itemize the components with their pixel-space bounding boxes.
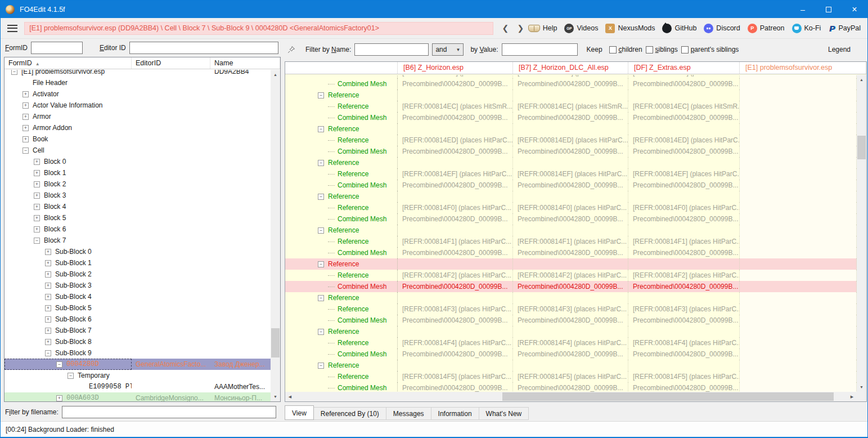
grid-value-cell[interactable] [740, 101, 857, 112]
grid-value-cell[interactable]: [REFR:000814F4] (places HitParC... [398, 337, 513, 348]
grid-value-cell[interactable] [740, 303, 857, 315]
grid-value-cell[interactable]: [REFR:000814F4] (places HitParC... [513, 337, 628, 348]
grid-value-cell[interactable] [740, 258, 857, 270]
expand-icon[interactable]: + [34, 159, 40, 165]
collapse-icon[interactable]: − [318, 261, 324, 267]
tree-row[interactable]: +Block 0 [5, 156, 271, 167]
grid-value-cell[interactable] [628, 360, 740, 371]
filename-filter-input[interactable] [62, 406, 276, 418]
grid-row[interactable]: Combined MeshPrecombined\0004280D_00099B… [285, 281, 857, 292]
expand-icon[interactable]: + [23, 125, 29, 131]
close-button[interactable]: × [842, 1, 867, 18]
expand-icon[interactable]: + [23, 102, 29, 109]
expand-icon[interactable]: + [45, 305, 51, 311]
grid-row[interactable]: −Reference [285, 90, 857, 101]
grid-value-cell[interactable]: [REFR:000814F1] (places HitParC... [513, 236, 628, 247]
filter-name-input[interactable] [354, 43, 429, 56]
grid-value-cell[interactable] [740, 236, 857, 247]
grid-row[interactable]: Combined MeshPrecombined\0004280D_00099B… [285, 146, 857, 157]
expand-icon[interactable]: + [45, 271, 51, 278]
grid-value-cell[interactable] [398, 225, 513, 236]
tree-row[interactable]: −Temporary [5, 370, 271, 381]
grid-row[interactable]: Reference[REFR:000814EF] (places HitParC… [285, 168, 857, 180]
grid-value-cell[interactable]: Precombined\0004280D_00099B... [398, 180, 513, 191]
grid-value-cell[interactable]: [REFR:000814F4] (places HitParC... [628, 337, 740, 348]
editorid-input[interactable] [129, 42, 278, 54]
grid-value-cell[interactable] [740, 225, 857, 236]
tree-row[interactable]: +Sub-Block 3 [5, 280, 271, 291]
grid-value-cell[interactable] [740, 371, 857, 382]
expand-icon[interactable]: + [45, 328, 51, 334]
back-button[interactable]: ❮ [498, 24, 513, 33]
grid-row[interactable]: −Reference [285, 191, 857, 202]
grid-value-cell[interactable] [513, 360, 628, 371]
scroll-left-icon[interactable]: ◀ [285, 392, 295, 401]
toolbar-link-kofi[interactable]: Ko-Fi [792, 24, 821, 33]
grid-value-cell[interactable] [398, 157, 513, 168]
grid-value-cell[interactable] [740, 326, 857, 337]
grid-value-cell[interactable] [398, 326, 513, 337]
grid-value-cell[interactable]: [REFR:000814EF] (places HitParC... [398, 168, 513, 180]
grid-value-cell[interactable]: Precombined\0004280D_00099B... [628, 382, 740, 392]
tree-row[interactable]: −[E1] problemsofsurvivor.espDD9A2BB4 [5, 70, 271, 77]
grid-value-cell[interactable] [398, 123, 513, 135]
tree-row[interactable]: +Sub-Block 1 [5, 257, 271, 269]
grid-value-cell[interactable]: [REFR:000814EC] (places HitSmR... [628, 101, 740, 112]
grid-value-cell[interactable] [740, 123, 857, 135]
grid-value-cell[interactable]: Precombined\0004280D_00099B... [398, 247, 513, 258]
expand-icon[interactable]: + [23, 136, 29, 142]
tree-row[interactable]: −Block 7 [5, 235, 271, 246]
grid-value-cell[interactable]: Precombined\0004280D_00099B... [628, 213, 740, 225]
expand-icon[interactable]: + [45, 260, 51, 266]
tree-row[interactable]: +Sub-Block 6 [5, 314, 271, 325]
grid-value-cell[interactable]: Precombined\0004280D_00099B... [628, 112, 740, 123]
grid-value-cell[interactable] [740, 112, 857, 123]
tree-row[interactable]: +Sub-Block 4 [5, 291, 271, 302]
collapse-icon[interactable]: − [318, 295, 324, 301]
grid-value-cell[interactable] [398, 191, 513, 202]
grid-value-cell[interactable] [740, 270, 857, 281]
breadcrumb[interactable]: [E1] problemsofsurvivor.esp (DD9A2BB4) \… [24, 22, 493, 35]
grid-row[interactable]: −Reference [285, 123, 857, 135]
grid-value-cell[interactable]: Precombined\0004280D_00099B... [628, 180, 740, 191]
grid-value-cell[interactable]: Precombined\0004280D_00099B... [398, 146, 513, 157]
grid-value-cell[interactable]: [REFR:000814F0] (places HitParC... [513, 202, 628, 213]
grid-value-cell[interactable] [513, 326, 628, 337]
grid-row[interactable]: Combined MeshPrecombined\0004280D_00099B… [285, 382, 857, 392]
column-editorid[interactable]: EditorID [132, 57, 210, 69]
grid-value-cell[interactable]: Precombined\0004280D_00099B... [398, 382, 513, 392]
grid-row[interactable]: −Reference [285, 326, 857, 337]
grid-value-cell[interactable] [740, 180, 857, 191]
grid-row[interactable]: Reference[REFR:000814F5] (places HitParC… [285, 371, 857, 382]
tree-row[interactable]: +Sub-Block 5 [5, 302, 271, 314]
scroll-up-icon[interactable]: ▲ [857, 75, 866, 84]
legend-link[interactable]: Legend [828, 46, 851, 53]
tree-row[interactable]: +Block 1 [5, 167, 271, 178]
grid-value-cell[interactable]: Precombined\0004280D_00099B... [513, 281, 628, 292]
toolbar-link-discord[interactable]: Discord [704, 24, 740, 33]
collapse-icon[interactable]: − [318, 227, 324, 234]
expand-icon[interactable]: + [34, 204, 40, 210]
grid-value-cell[interactable] [398, 360, 513, 371]
grid-value-cell[interactable]: [REFR:000814ED] (places HitParC... [398, 135, 513, 146]
grid-value-cell[interactable] [740, 281, 857, 292]
tree-row[interactable]: −0004280DGeneralAtomicsFacto...Завод Дже… [5, 359, 271, 370]
grid-value-cell[interactable]: [REFR:000814F0] (places HitParC... [398, 202, 513, 213]
grid-value-cell[interactable] [628, 191, 740, 202]
grid-column-header[interactable]: [B6] Z_Horizon.esp [398, 62, 513, 74]
toolbar-link-videos[interactable]: Videos [564, 24, 598, 33]
tree-row[interactable]: +Armor [5, 111, 271, 122]
column-formid[interactable]: FormID▲ [5, 57, 132, 69]
grid-value-cell[interactable]: Precombined\0004280D_00099B... [398, 315, 513, 326]
grid-horizontal-scrollbar[interactable]: ◀ ▶ [285, 392, 857, 401]
grid-value-cell[interactable]: Precombined\0004280D_00099B... [628, 146, 740, 157]
grid-row[interactable]: Combined MeshPrecombined\0004280D_00099B… [285, 180, 857, 191]
grid-row[interactable]: Combined MeshPrecombined\0004280D_00099B… [285, 348, 857, 360]
checkbox-icon[interactable] [681, 46, 689, 53]
grid-value-cell[interactable] [740, 337, 857, 348]
grid-value-cell[interactable] [740, 360, 857, 371]
grid-row[interactable]: −Reference [285, 258, 857, 270]
grid-value-cell[interactable] [513, 157, 628, 168]
grid-value-cell[interactable] [740, 168, 857, 180]
tree-row[interactable]: +Block 6 [5, 224, 271, 235]
